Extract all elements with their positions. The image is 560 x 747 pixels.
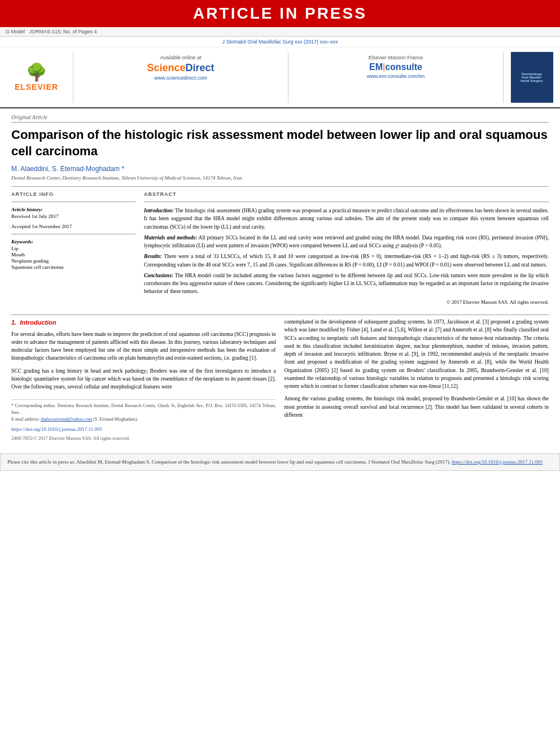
g-model-bar: G Model JORMAS-115; No. of Pages 4 [0, 27, 560, 37]
results-label: Results: [144, 254, 162, 259]
authors: M. Alaeddini, S. Etemad-Moghadam * [11, 165, 549, 173]
rights-line: 2468-7855/© 2017 Elsevier Masson SAS. Al… [11, 435, 276, 442]
footnote-email: E-mail address: shahrooetemad@yahoo.com … [11, 416, 276, 423]
intro-section: Introduction: The histologic risk assess… [144, 207, 549, 231]
footnote-text: * Corresponding author. Dentistry Resear… [11, 403, 276, 416]
em-text: EM [369, 62, 383, 72]
sciencedirect-section: Available online at ScienceDirect www.sc… [73, 52, 288, 103]
intro-text: The histologic risk assessment (HRA) gra… [144, 208, 549, 230]
sciencedirect-logo: ScienceDirect [85, 62, 277, 74]
article-info-header: ARTICLE INFO [11, 191, 135, 197]
doi-link[interactable]: https://doi.org/10.1016/j.jormas.2017.11… [11, 426, 276, 434]
conclusions-section: Conclusions: The HRA model could be incl… [144, 272, 549, 296]
body-col-right: contemplated in the development of subse… [285, 318, 549, 442]
journal-citation: J Stomatol Oral Maxillofac Surg xxx (201… [222, 39, 338, 45]
accepted-date: Accepted 1st November 2017 [11, 224, 135, 229]
em-url: www.em-consulte.com/en [300, 73, 492, 79]
elsevier-logo: 🌳 ELSEVIER [6, 52, 73, 103]
sciencedirect-url: www.sciencedirect.com [85, 75, 277, 81]
cover-image: StomatologyOral Maxillo-facial Surgery [511, 52, 553, 103]
direct-text: Direct [186, 62, 215, 73]
copyright-line: © 2017 Elsevier Masson SAS. All rights r… [144, 299, 549, 307]
abstract-col: ABSTRACT Introduction: The histologic ri… [144, 191, 549, 306]
email-link[interactable]: shahrooetemad@yahoo.com [41, 417, 92, 422]
article-info-col: ARTICLE INFO Article history: Received 1… [11, 191, 135, 306]
jormas-id: JORMAS-115; No. of Pages 4 [29, 29, 97, 34]
article-title: Comparison of the histologic risk assess… [11, 127, 549, 159]
results-text: There were a total of 33 LLSCCs, of whic… [144, 254, 549, 267]
article-type-label: Original Article [11, 114, 549, 123]
conclusions-label: Conclusions: [144, 273, 173, 278]
body-col-left: 1. Introduction For several decades, eff… [11, 318, 276, 442]
section-number: 1. [11, 319, 16, 326]
science-text: Science [147, 62, 185, 73]
body-right-para-2: Among the various grading systems, the h… [285, 395, 549, 419]
journal-cover: StomatologyOral Maxillo-facial Surgery [504, 52, 554, 103]
email-suffix: (S. Etemad-Moghadam). [93, 417, 138, 422]
abstract-header: ABSTRACT [144, 191, 549, 197]
methods-section: Materials and methods: All primary SCCs … [144, 234, 549, 250]
keywords-list: Lip Mouth Neoplasm grading Squamous cell… [11, 246, 135, 270]
conclusions-text: The HRA model could be included among th… [144, 273, 549, 295]
info-abstract-section: ARTICLE INFO Article history: Received 1… [11, 191, 549, 306]
divider-1 [11, 186, 549, 187]
main-content: Original Article Comparison of the histo… [0, 108, 560, 448]
citation-text: Please cite this article in press as: Al… [7, 459, 450, 465]
em-consulte-section: Elsevier Masson France EM|consulte www.e… [288, 52, 504, 103]
citation-doi-link[interactable]: https://doi.org/10.1016/j.jormas.2017.11… [452, 459, 542, 465]
consulte-text: consulte [385, 62, 422, 72]
divider-3 [11, 234, 135, 234]
keywords-label: Keywords: [11, 239, 135, 244]
results-section: Results: There were a total of 33 LLSCCs… [144, 252, 549, 269]
publisher-section: 🌳 ELSEVIER Available online at ScienceDi… [0, 47, 560, 108]
cover-title-text: StomatologyOral Maxillo-facial Surgery [520, 72, 543, 82]
body-para-1: For several decades, efforts have been m… [11, 330, 276, 362]
history-label: Article history: [11, 207, 135, 212]
body-section: 1. Introduction For several decades, eff… [11, 314, 549, 442]
citation-box: Please cite this article in press as: Al… [0, 453, 560, 471]
g-model-label: G Model [6, 29, 25, 34]
divider-4 [144, 202, 549, 202]
intro-section-title: 1. Introduction [11, 318, 276, 327]
keyword-2: Mouth [11, 252, 135, 257]
em-header-text: Elsevier Masson France [300, 55, 492, 60]
email-label: E-mail address: [11, 417, 40, 422]
received-date: Received 1st July 2017 [11, 213, 135, 219]
journal-header: J Stomatol Oral Maxillofac Surg xxx (201… [0, 37, 560, 47]
available-online-text: Available online at [85, 55, 277, 60]
affiliation: Dental Research Center, Dentistry Resear… [11, 175, 549, 181]
methods-text: All primary SCCs located in the LL and o… [144, 235, 549, 248]
keyword-3: Neoplasm grading [11, 258, 135, 264]
elsevier-wordmark: ELSEVIER [15, 82, 58, 91]
section-title-text: Introduction [20, 319, 56, 326]
abstract-text: Introduction: The histologic risk assess… [144, 207, 549, 306]
keyword-4: Squamous cell carcinoma [11, 264, 135, 270]
em-consulte-logo: EM|consulte [300, 62, 492, 72]
keyword-1: Lip [11, 246, 135, 251]
footnote-section: * Corresponding author. Dentistry Resear… [11, 399, 276, 423]
article-in-press-banner: ARTICLE IN PRESS [0, 0, 560, 27]
body-para-2: SCC grading has a long history in head a… [11, 367, 276, 391]
body-right-para-1: contemplated in the development of subse… [285, 318, 549, 390]
elsevier-tree-icon: 🌳 [26, 64, 47, 81]
intro-label: Introduction: [144, 208, 174, 213]
methods-label: Materials and methods: [144, 235, 197, 241]
divider-2 [11, 202, 135, 202]
